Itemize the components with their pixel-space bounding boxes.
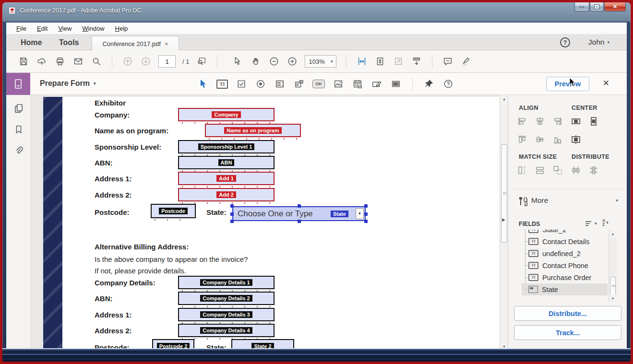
preview-button[interactable]: Preview — [546, 77, 589, 91]
email-icon[interactable] — [72, 56, 84, 67]
match-height-icon[interactable] — [516, 164, 528, 176]
fit-width-icon[interactable] — [356, 56, 368, 67]
align-right-icon[interactable] — [551, 115, 564, 128]
comment-icon[interactable] — [442, 56, 454, 67]
scrollbar-thumb[interactable] — [501, 144, 507, 243]
button-tool-icon[interactable]: OK — [312, 80, 325, 88]
distribute-button[interactable]: Distribute... — [514, 306, 621, 321]
search-icon[interactable] — [91, 56, 102, 67]
fit-page-icon[interactable] — [374, 56, 386, 67]
scroll-down-icon[interactable]: ▼ — [609, 294, 617, 303]
field-list-item[interactable]: TI undefined_2 — [522, 247, 608, 259]
field-list-item-selected[interactable]: State — [522, 283, 608, 295]
menu-edit[interactable]: Edit — [33, 24, 52, 33]
marquee-zoom-icon[interactable] — [196, 56, 207, 67]
selection-handle[interactable] — [298, 204, 301, 208]
address1-field[interactable]: Add 1 — [178, 172, 275, 185]
checkbox-tool-icon[interactable] — [236, 78, 247, 90]
bookmarks-icon[interactable] — [13, 124, 24, 135]
user-menu[interactable]: John ▾ — [588, 38, 609, 47]
field-list-item[interactable]: TI Purchase Order — [522, 271, 608, 283]
company-details4-field[interactable]: Company Details 4 — [178, 324, 275, 337]
share-upload-icon[interactable] — [36, 56, 48, 67]
minimize-button[interactable] — [574, 2, 589, 12]
align-horizontal-center-icon[interactable] — [534, 115, 546, 128]
fields-list-scrollbar[interactable]: ▲ ▼ — [609, 230, 617, 303]
sponsorship-level-field[interactable]: Sponsorship Level 1 — [178, 140, 275, 153]
field-list-item[interactable]: TI Contact Details — [522, 235, 608, 247]
align-vertical-center-icon[interactable] — [534, 133, 546, 146]
document-scrollbar[interactable]: ▲ ▼ — [500, 95, 508, 351]
menu-file[interactable]: File — [12, 24, 31, 33]
close-window-button[interactable]: ✕ — [604, 2, 626, 12]
selection-handle[interactable] — [230, 204, 234, 208]
radio-button-tool-icon[interactable] — [255, 78, 266, 90]
form-help-icon[interactable] — [442, 78, 454, 90]
more-tools-row[interactable]: More ▾ — [508, 193, 627, 209]
selection-handle[interactable] — [364, 220, 368, 223]
align-bottom-icon[interactable] — [551, 133, 564, 146]
scroll-up-icon[interactable]: ▲ — [500, 95, 508, 103]
sort-by-order-icon[interactable]: ▾ — [584, 219, 597, 228]
save-icon[interactable] — [18, 56, 29, 67]
selection-handle[interactable] — [364, 212, 368, 216]
align-top-icon[interactable] — [516, 133, 528, 146]
distribute-vertically-icon[interactable] — [570, 164, 582, 176]
title-bar[interactable]: Conference 2017.pdf - Adobe Acrobat Pro … — [2, 2, 631, 23]
match-width-icon[interactable] — [534, 164, 546, 176]
menu-view[interactable]: View — [54, 24, 76, 33]
abn-field[interactable]: ABN — [178, 156, 275, 169]
menu-help[interactable]: Help — [111, 24, 132, 33]
previous-page-icon[interactable] — [122, 56, 133, 67]
page-number-input[interactable] — [158, 55, 176, 68]
tab-close-icon[interactable]: × — [165, 40, 168, 47]
image-field-tool-icon[interactable] — [333, 78, 344, 90]
postcode-field[interactable]: Postcode — [151, 204, 196, 218]
page-thumbnails-icon[interactable] — [13, 103, 24, 114]
tab-document[interactable]: Conference 2017.pdf × — [92, 36, 179, 51]
tab-tools[interactable]: Tools — [59, 35, 79, 50]
menu-window[interactable]: Window — [78, 24, 108, 33]
address2-field[interactable]: Add 2 — [178, 188, 275, 201]
dropdown-arrow-button[interactable]: ▼ — [356, 208, 364, 219]
company-details1-field[interactable]: Company Details 1 — [178, 276, 275, 289]
prepare-form-title[interactable]: Prepare Form ▾ — [40, 79, 96, 88]
close-prepare-form-icon[interactable]: ✕ — [603, 78, 609, 88]
distribute-horizontally-icon[interactable] — [587, 164, 600, 176]
tab-home[interactable]: Home — [21, 35, 42, 50]
keep-tool-selected-pin-icon[interactable] — [423, 78, 435, 90]
dropdown-tool-icon[interactable] — [293, 78, 305, 90]
scroll-up-icon[interactable]: ▲ — [609, 230, 617, 238]
help-icon[interactable]: ? — [560, 37, 570, 47]
company-details2-field[interactable]: Company Details 2 — [178, 292, 275, 305]
select-tool-icon[interactable] — [232, 56, 243, 67]
date-field-tool-icon[interactable] — [352, 78, 363, 90]
zoom-out-icon[interactable] — [268, 56, 280, 67]
scroll-mode-icon[interactable] — [411, 56, 422, 67]
expand-right-pane-icon[interactable]: ▶ — [502, 217, 505, 222]
hand-tool-icon[interactable] — [250, 56, 262, 67]
next-page-icon[interactable] — [140, 56, 152, 67]
selection-handle[interactable] — [230, 220, 234, 223]
highlighter-icon[interactable] — [460, 56, 472, 67]
print-icon[interactable] — [54, 56, 66, 67]
sort-alphabetical-icon[interactable]: AZ▾ — [602, 219, 609, 226]
attachments-paperclip-icon[interactable] — [13, 145, 24, 156]
company-details3-field[interactable]: Company Details 3 — [178, 308, 275, 321]
selection-handle[interactable] — [230, 212, 234, 216]
field-list-item-partial[interactable]: TI State_2 — [522, 230, 608, 235]
barcode-tool-icon[interactable] — [390, 78, 402, 90]
scrollbar-thumb[interactable] — [610, 277, 616, 296]
center-both-icon[interactable] — [570, 133, 582, 146]
text-field-tool-icon[interactable]: TI — [216, 80, 228, 89]
center-horizontally-icon[interactable] — [570, 115, 582, 128]
track-button[interactable]: Track... — [514, 325, 621, 340]
selection-handle[interactable] — [364, 204, 368, 208]
state-dropdown-field-selected[interactable]: Choose One or Type State ▼ — [232, 206, 366, 221]
form-select-tool-icon[interactable] — [197, 78, 209, 90]
selection-handle[interactable] — [298, 220, 301, 223]
name-on-program-field[interactable]: Name as on program — [205, 124, 301, 137]
zoom-in-icon[interactable] — [287, 56, 298, 67]
list-box-tool-icon[interactable] — [274, 78, 286, 90]
align-left-icon[interactable] — [516, 115, 528, 128]
